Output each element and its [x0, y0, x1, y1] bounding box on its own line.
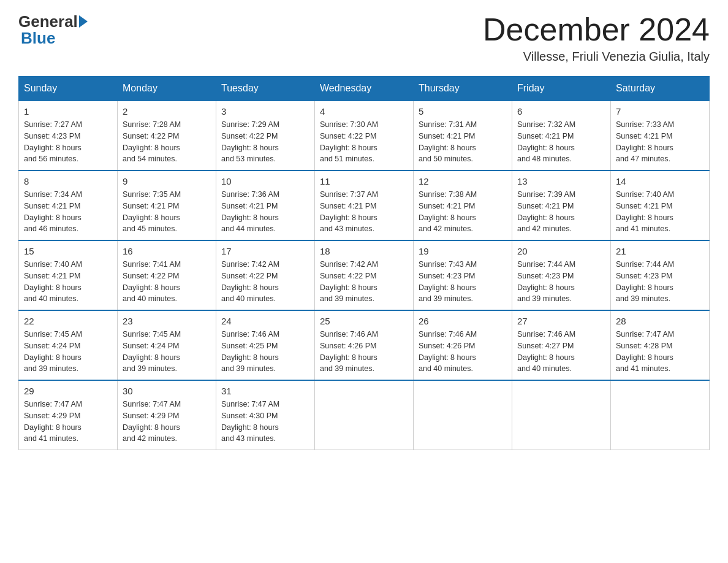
- day-info: Sunrise: 7:36 AM Sunset: 4:21 PM Dayligh…: [221, 189, 309, 235]
- day-number: 24: [221, 316, 309, 326]
- day-cell-17: 17Sunrise: 7:42 AM Sunset: 4:22 PM Dayli…: [216, 240, 315, 310]
- day-cell-22: 22Sunrise: 7:45 AM Sunset: 4:24 PM Dayli…: [19, 310, 118, 380]
- day-cell-20: 20Sunrise: 7:44 AM Sunset: 4:23 PM Dayli…: [512, 240, 611, 310]
- day-info: Sunrise: 7:47 AM Sunset: 4:29 PM Dayligh…: [24, 399, 112, 445]
- day-cell-4: 4Sunrise: 7:30 AM Sunset: 4:22 PM Daylig…: [315, 101, 414, 170]
- day-number: 25: [320, 316, 408, 326]
- day-cell-27: 27Sunrise: 7:46 AM Sunset: 4:27 PM Dayli…: [512, 310, 611, 380]
- day-cell-5: 5Sunrise: 7:31 AM Sunset: 4:21 PM Daylig…: [414, 101, 512, 170]
- day-info: Sunrise: 7:46 AM Sunset: 4:27 PM Dayligh…: [517, 329, 605, 375]
- page-header: General Blue December 2024 Villesse, Fri…: [18, 12, 710, 64]
- day-number: 31: [221, 386, 309, 396]
- header-row: SundayMondayTuesdayWednesdayThursdayFrid…: [19, 77, 710, 101]
- day-number: 8: [24, 176, 112, 186]
- header-cell-sunday: Sunday: [19, 77, 118, 101]
- day-cell-13: 13Sunrise: 7:39 AM Sunset: 4:21 PM Dayli…: [512, 170, 611, 240]
- day-number: 21: [616, 246, 704, 256]
- header-cell-thursday: Thursday: [414, 77, 512, 101]
- header-cell-saturday: Saturday: [611, 77, 710, 101]
- day-cell-16: 16Sunrise: 7:41 AM Sunset: 4:22 PM Dayli…: [118, 240, 216, 310]
- day-info: Sunrise: 7:37 AM Sunset: 4:21 PM Dayligh…: [320, 189, 408, 235]
- day-info: Sunrise: 7:44 AM Sunset: 4:23 PM Dayligh…: [517, 259, 605, 305]
- day-cell-9: 9Sunrise: 7:35 AM Sunset: 4:21 PM Daylig…: [118, 170, 216, 240]
- day-number: 14: [616, 176, 704, 186]
- day-number: 13: [517, 176, 605, 186]
- day-cell-24: 24Sunrise: 7:46 AM Sunset: 4:25 PM Dayli…: [216, 310, 315, 380]
- day-number: 1: [24, 106, 112, 117]
- week-row-1: 1Sunrise: 7:27 AM Sunset: 4:23 PM Daylig…: [19, 101, 710, 170]
- day-number: 19: [419, 246, 507, 256]
- logo-blue-text: Blue: [21, 29, 55, 48]
- header-cell-monday: Monday: [118, 77, 216, 101]
- day-number: 2: [123, 106, 211, 117]
- day-cell-6: 6Sunrise: 7:32 AM Sunset: 4:21 PM Daylig…: [512, 101, 611, 170]
- day-info: Sunrise: 7:28 AM Sunset: 4:22 PM Dayligh…: [123, 119, 211, 165]
- day-info: Sunrise: 7:46 AM Sunset: 4:25 PM Dayligh…: [221, 329, 309, 375]
- day-number: 10: [221, 176, 309, 186]
- day-info: Sunrise: 7:47 AM Sunset: 4:28 PM Dayligh…: [616, 329, 704, 375]
- day-cell-14: 14Sunrise: 7:40 AM Sunset: 4:21 PM Dayli…: [611, 170, 710, 240]
- header-cell-tuesday: Tuesday: [216, 77, 315, 101]
- day-number: 26: [419, 316, 507, 326]
- day-cell-31: 31Sunrise: 7:47 AM Sunset: 4:30 PM Dayli…: [216, 380, 315, 450]
- day-info: Sunrise: 7:43 AM Sunset: 4:23 PM Dayligh…: [419, 259, 507, 305]
- day-cell-7: 7Sunrise: 7:33 AM Sunset: 4:21 PM Daylig…: [611, 101, 710, 170]
- day-cell-25: 25Sunrise: 7:46 AM Sunset: 4:26 PM Dayli…: [315, 310, 414, 380]
- week-row-3: 15Sunrise: 7:40 AM Sunset: 4:21 PM Dayli…: [19, 240, 710, 310]
- day-cell-21: 21Sunrise: 7:44 AM Sunset: 4:23 PM Dayli…: [611, 240, 710, 310]
- day-info: Sunrise: 7:44 AM Sunset: 4:23 PM Dayligh…: [616, 259, 704, 305]
- day-info: Sunrise: 7:47 AM Sunset: 4:30 PM Dayligh…: [221, 399, 309, 445]
- day-cell-19: 19Sunrise: 7:43 AM Sunset: 4:23 PM Dayli…: [414, 240, 512, 310]
- day-number: 11: [320, 176, 408, 186]
- day-number: 16: [123, 246, 211, 256]
- day-cell-28: 28Sunrise: 7:47 AM Sunset: 4:28 PM Dayli…: [611, 310, 710, 380]
- day-cell-11: 11Sunrise: 7:37 AM Sunset: 4:21 PM Dayli…: [315, 170, 414, 240]
- empty-cell: [414, 380, 512, 450]
- title-section: December 2024 Villesse, Friuli Venezia G…: [483, 12, 710, 64]
- day-cell-23: 23Sunrise: 7:45 AM Sunset: 4:24 PM Dayli…: [118, 310, 216, 380]
- day-cell-15: 15Sunrise: 7:40 AM Sunset: 4:21 PM Dayli…: [19, 240, 118, 310]
- day-info: Sunrise: 7:29 AM Sunset: 4:22 PM Dayligh…: [221, 119, 309, 165]
- day-cell-1: 1Sunrise: 7:27 AM Sunset: 4:23 PM Daylig…: [19, 101, 118, 170]
- day-info: Sunrise: 7:42 AM Sunset: 4:22 PM Dayligh…: [320, 259, 408, 305]
- day-number: 5: [419, 106, 507, 117]
- day-number: 29: [24, 386, 112, 396]
- header-cell-friday: Friday: [512, 77, 611, 101]
- day-number: 15: [24, 246, 112, 256]
- day-cell-10: 10Sunrise: 7:36 AM Sunset: 4:21 PM Dayli…: [216, 170, 315, 240]
- location-subtitle: Villesse, Friuli Venezia Giulia, Italy: [483, 50, 710, 64]
- day-info: Sunrise: 7:42 AM Sunset: 4:22 PM Dayligh…: [221, 259, 309, 305]
- day-info: Sunrise: 7:35 AM Sunset: 4:21 PM Dayligh…: [123, 189, 211, 235]
- empty-cell: [611, 380, 710, 450]
- day-cell-3: 3Sunrise: 7:29 AM Sunset: 4:22 PM Daylig…: [216, 101, 315, 170]
- day-info: Sunrise: 7:45 AM Sunset: 4:24 PM Dayligh…: [24, 329, 112, 375]
- day-number: 3: [221, 106, 309, 117]
- day-info: Sunrise: 7:34 AM Sunset: 4:21 PM Dayligh…: [24, 189, 112, 235]
- week-row-5: 29Sunrise: 7:47 AM Sunset: 4:29 PM Dayli…: [19, 380, 710, 450]
- day-number: 17: [221, 246, 309, 256]
- day-number: 23: [123, 316, 211, 326]
- day-cell-8: 8Sunrise: 7:34 AM Sunset: 4:21 PM Daylig…: [19, 170, 118, 240]
- day-number: 30: [123, 386, 211, 396]
- empty-cell: [315, 380, 414, 450]
- day-number: 22: [24, 316, 112, 326]
- day-info: Sunrise: 7:38 AM Sunset: 4:21 PM Dayligh…: [419, 189, 507, 235]
- day-cell-2: 2Sunrise: 7:28 AM Sunset: 4:22 PM Daylig…: [118, 101, 216, 170]
- day-info: Sunrise: 7:47 AM Sunset: 4:29 PM Dayligh…: [123, 399, 211, 445]
- day-info: Sunrise: 7:30 AM Sunset: 4:22 PM Dayligh…: [320, 119, 408, 165]
- day-info: Sunrise: 7:39 AM Sunset: 4:21 PM Dayligh…: [517, 189, 605, 235]
- day-number: 7: [616, 106, 704, 117]
- day-number: 28: [616, 316, 704, 326]
- day-info: Sunrise: 7:32 AM Sunset: 4:21 PM Dayligh…: [517, 119, 605, 165]
- week-row-2: 8Sunrise: 7:34 AM Sunset: 4:21 PM Daylig…: [19, 170, 710, 240]
- day-number: 18: [320, 246, 408, 256]
- calendar-table: SundayMondayTuesdayWednesdayThursdayFrid…: [18, 76, 710, 450]
- day-number: 4: [320, 106, 408, 117]
- day-cell-29: 29Sunrise: 7:47 AM Sunset: 4:29 PM Dayli…: [19, 380, 118, 450]
- empty-cell: [512, 380, 611, 450]
- day-info: Sunrise: 7:31 AM Sunset: 4:21 PM Dayligh…: [419, 119, 507, 165]
- day-info: Sunrise: 7:27 AM Sunset: 4:23 PM Dayligh…: [24, 119, 112, 165]
- week-row-4: 22Sunrise: 7:45 AM Sunset: 4:24 PM Dayli…: [19, 310, 710, 380]
- header-cell-wednesday: Wednesday: [315, 77, 414, 101]
- day-cell-18: 18Sunrise: 7:42 AM Sunset: 4:22 PM Dayli…: [315, 240, 414, 310]
